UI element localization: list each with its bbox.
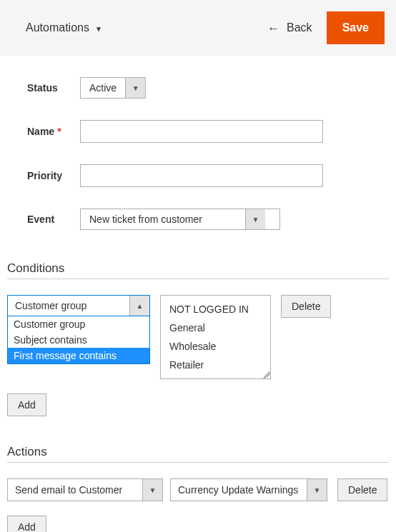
status-select[interactable]: Active ▼ <box>80 77 146 99</box>
arrow-left-icon: ← <box>267 22 279 34</box>
event-select[interactable]: New ticket from customer ▼ <box>80 209 280 230</box>
condition-type-select: Customer group ▲ Customer group Subject … <box>7 295 150 364</box>
action-template-select[interactable]: Currency Update Warnings ▼ <box>170 478 327 501</box>
save-button[interactable]: Save <box>327 11 385 44</box>
dropdown-option[interactable]: Customer group <box>8 316 149 332</box>
condition-type-dropdown: Customer group Subject contains First me… <box>7 316 150 364</box>
condition-add-button[interactable]: Add <box>7 393 46 416</box>
list-item[interactable]: Wholesale <box>168 337 267 356</box>
action-type-select[interactable]: Send email to Customer ▼ <box>7 478 163 501</box>
chevron-down-icon: ▼ <box>125 78 145 98</box>
condition-delete-button[interactable]: Delete <box>281 295 331 318</box>
chevron-down-icon: ▼ <box>245 209 265 229</box>
condition-type-combobox[interactable]: Customer group ▲ <box>7 295 150 316</box>
conditions-heading: Conditions <box>7 261 389 279</box>
actions-heading: Actions <box>7 445 389 463</box>
chevron-up-icon: ▲ <box>129 296 149 316</box>
caret-down-icon: ▼ <box>95 25 102 33</box>
dropdown-option[interactable]: First message contains <box>8 348 149 363</box>
list-item[interactable]: General <box>168 318 267 337</box>
status-value: Active <box>81 78 125 98</box>
breadcrumb[interactable]: Automations ▼ <box>26 21 102 34</box>
action-template-value: Currency Update Warnings <box>171 479 307 501</box>
priority-input[interactable] <box>80 164 323 187</box>
action-type-value: Send email to Customer <box>8 479 142 501</box>
event-value: New ticket from customer <box>81 209 245 229</box>
list-item[interactable]: Retailer <box>168 356 267 374</box>
list-item[interactable]: NOT LOGGED IN <box>168 300 267 318</box>
condition-type-value: Customer group <box>8 296 129 316</box>
chevron-down-icon: ▼ <box>142 479 162 501</box>
breadcrumb-label: Automations <box>26 21 89 34</box>
dropdown-option[interactable]: Subject contains <box>8 332 149 348</box>
required-asterisk-icon: * <box>57 126 61 137</box>
chevron-down-icon: ▼ <box>307 479 327 501</box>
action-add-button[interactable]: Add <box>7 516 46 532</box>
condition-values-listbox[interactable]: NOT LOGGED IN General Wholesale Retailer <box>160 295 271 379</box>
action-delete-button[interactable]: Delete <box>337 478 387 501</box>
event-label: Event <box>27 214 80 225</box>
name-input[interactable] <box>80 120 323 143</box>
back-label: Back <box>287 21 312 34</box>
priority-label: Priority <box>27 170 80 181</box>
status-label: Status <box>27 82 80 94</box>
back-button[interactable]: ← Back <box>266 17 314 39</box>
name-label: Name* <box>27 126 80 137</box>
